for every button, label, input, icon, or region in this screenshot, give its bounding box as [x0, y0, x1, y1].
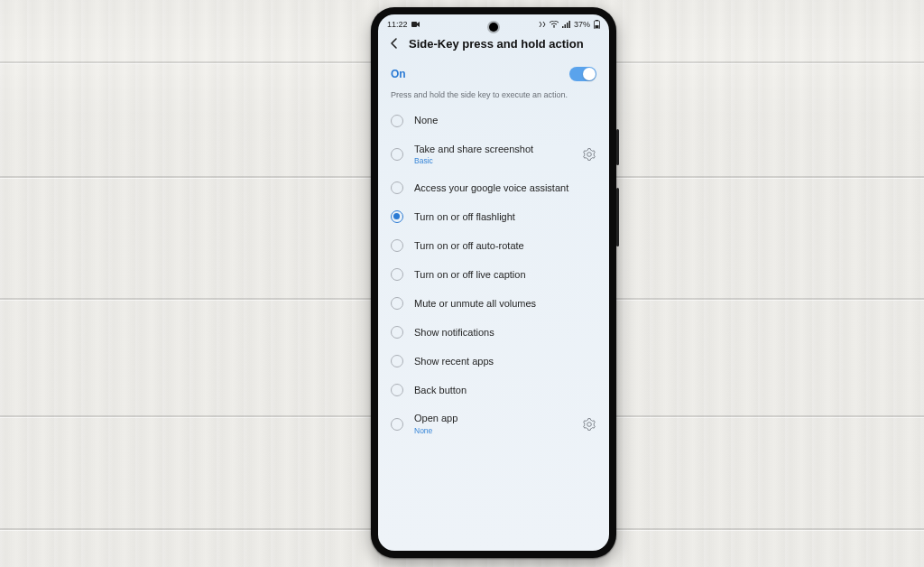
radio-button[interactable]: [391, 148, 403, 161]
option-label: Access your google voice assistant: [414, 182, 596, 194]
back-button[interactable]: [387, 36, 402, 51]
radio-button[interactable]: [391, 115, 403, 127]
option-text: Open appNone: [414, 413, 571, 434]
radio-button[interactable]: [391, 384, 403, 396]
radio-button[interactable]: [391, 210, 403, 223]
svg-rect-2: [562, 26, 564, 28]
status-battery-pct: 37%: [574, 20, 590, 29]
option-text: Turn on or off live caption: [414, 269, 596, 281]
option-text: Mute or unmute all volumes: [414, 298, 596, 310]
radio-button[interactable]: [391, 239, 403, 252]
option-row[interactable]: Turn on or off auto-rotate: [383, 231, 604, 260]
option-text: Back button: [414, 385, 596, 396]
option-row[interactable]: Show notifications: [383, 318, 604, 347]
option-row[interactable]: Open appNone: [383, 404, 604, 442]
svg-rect-3: [564, 24, 566, 28]
gear-icon[interactable]: [582, 147, 596, 162]
svg-rect-5: [568, 21, 570, 28]
option-label: Take and share screenshot: [414, 144, 571, 155]
wifi-icon: [550, 21, 559, 28]
option-sublabel: None: [414, 426, 571, 435]
option-text: Turn on or off auto-rotate: [414, 240, 596, 252]
option-label: Turn on or off live caption: [414, 269, 596, 281]
page-title: Side-Key press and hold action: [409, 37, 584, 51]
front-camera: [489, 23, 498, 32]
status-time: 11:22: [387, 20, 408, 29]
option-sublabel: Basic: [414, 156, 571, 165]
master-toggle-row: On: [378, 60, 609, 90]
option-text: Access your google voice assistant: [414, 182, 596, 194]
option-row[interactable]: None: [383, 107, 604, 135]
option-text: Take and share screenshotBasic: [414, 144, 571, 165]
option-label: Mute or unmute all volumes: [414, 298, 596, 310]
option-row[interactable]: Show recent apps: [383, 347, 604, 376]
option-label: Turn on or off flashlight: [414, 211, 596, 223]
option-text: None: [414, 115, 596, 126]
option-text: Show notifications: [414, 327, 596, 339]
screen: 11:22 37%: [378, 14, 609, 551]
radio-button[interactable]: [391, 326, 403, 339]
option-label: Show notifications: [414, 327, 596, 339]
option-row[interactable]: Access your google voice assistant: [383, 173, 604, 202]
gear-icon[interactable]: [582, 417, 596, 432]
help-text: Press and hold the side key to execute a…: [378, 90, 609, 107]
option-label: Turn on or off auto-rotate: [414, 240, 596, 252]
svg-rect-0: [411, 22, 417, 27]
option-row[interactable]: Turn on or off live caption: [383, 260, 604, 289]
volume-button: [616, 129, 619, 165]
master-toggle-label: On: [391, 68, 406, 80]
radio-button[interactable]: [391, 418, 403, 431]
radio-button[interactable]: [391, 181, 403, 194]
battery-icon: [594, 20, 600, 29]
option-label: Open app: [414, 413, 571, 424]
option-row[interactable]: Mute or unmute all volumes: [383, 289, 604, 318]
option-label: Show recent apps: [414, 356, 596, 367]
phone-frame: 11:22 37%: [371, 7, 616, 558]
svg-rect-4: [567, 23, 568, 28]
radio-button[interactable]: [391, 355, 403, 367]
vibrate-icon: [539, 21, 546, 28]
signal-icon: [562, 21, 570, 28]
option-label: Back button: [414, 385, 596, 396]
option-row[interactable]: Back button: [383, 376, 604, 404]
option-row[interactable]: Turn on or off flashlight: [383, 202, 604, 231]
master-toggle-switch[interactable]: [569, 67, 596, 81]
options-list: NoneTake and share screenshotBasicAccess…: [378, 107, 609, 443]
radio-button[interactable]: [391, 268, 403, 281]
power-button: [616, 188, 619, 246]
video-icon: [411, 21, 420, 28]
svg-rect-8: [596, 25, 599, 28]
option-label: None: [414, 115, 596, 126]
title-bar: Side-Key press and hold action: [378, 31, 609, 60]
option-row[interactable]: Take and share screenshotBasic: [383, 135, 604, 173]
radio-button[interactable]: [391, 297, 403, 310]
svg-point-1: [553, 26, 555, 28]
option-text: Show recent apps: [414, 356, 596, 367]
option-text: Turn on or off flashlight: [414, 211, 596, 223]
